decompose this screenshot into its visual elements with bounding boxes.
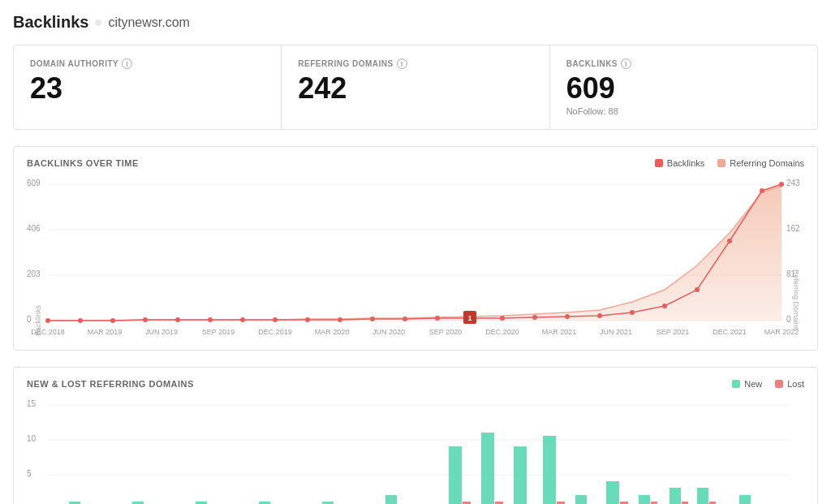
domain-authority-info-icon[interactable]: i — [122, 58, 132, 69]
bar-apr22-new — [385, 495, 397, 504]
bar-may01-new — [606, 481, 619, 504]
bar-may07-new — [739, 495, 751, 504]
chart2-title: NEW & LOST REFERRING DOMAINS — [27, 379, 194, 389]
svg-point-16 — [110, 318, 115, 323]
svg-point-14 — [45, 318, 50, 323]
metrics-row: DOMAIN AUTHORITY i 23 REFERRING DOMAINS … — [13, 45, 818, 130]
svg-text:406: 406 — [27, 224, 41, 233]
chart1-container: 609 406 203 0 243 162 81 0 Backlinks Ref… — [27, 176, 804, 338]
svg-point-22 — [305, 317, 310, 322]
svg-text:DEC 2020: DEC 2020 — [485, 328, 519, 336]
metric-backlinks: BACKLINKS i 609 NoFollow: 88 — [550, 45, 817, 129]
chart1-title: BACKLINKS OVER TIME — [27, 158, 139, 168]
svg-text:JUN 2019: JUN 2019 — [145, 328, 178, 336]
backlinks-label: BACKLINKS i — [566, 58, 801, 69]
chart2-container: 15 10 5 0 — [27, 397, 804, 504]
svg-text:MAR 2021: MAR 2021 — [542, 328, 577, 336]
page-subtitle: citynewsr.com — [108, 15, 189, 30]
svg-point-34 — [630, 310, 635, 315]
svg-text:JUN 2020: JUN 2020 — [372, 328, 405, 336]
svg-point-23 — [338, 317, 342, 322]
bar-may04b-new — [697, 488, 708, 504]
svg-point-24 — [370, 317, 375, 321]
bar-may01b-new — [639, 495, 650, 504]
svg-text:MAR 2019: MAR 2019 — [88, 328, 123, 336]
chart1-legend: Backlinks Referring Domains — [655, 158, 804, 168]
svg-point-20 — [240, 317, 245, 322]
svg-point-33 — [597, 313, 602, 318]
chart2-legend: New Lost — [732, 379, 804, 389]
svg-text:MAR 2022: MAR 2022 — [764, 328, 799, 336]
chart2-new-label: New — [744, 379, 762, 389]
svg-text:0: 0 — [786, 315, 791, 324]
chart1-referring-label: Referring Domains — [730, 158, 804, 168]
svg-text:SEP 2020: SEP 2020 — [429, 328, 462, 336]
svg-text:203: 203 — [27, 269, 41, 278]
referring-domains-label: REFERRING DOMAINS i — [298, 58, 532, 69]
svg-point-38 — [760, 188, 764, 193]
bar-apr25-new — [449, 446, 462, 504]
svg-point-15 — [78, 318, 83, 323]
backlinks-over-time-section: BACKLINKS OVER TIME Backlinks Referring … — [13, 146, 818, 351]
backlinks-value: 609 — [566, 74, 801, 103]
svg-point-37 — [727, 239, 732, 243]
svg-text:162: 162 — [786, 224, 800, 233]
svg-point-18 — [175, 317, 180, 322]
svg-text:0: 0 — [27, 315, 32, 324]
metric-domain-authority: DOMAIN AUTHORITY i 23 — [14, 45, 282, 129]
svg-point-36 — [695, 287, 700, 292]
svg-text:JUN 2021: JUN 2021 — [600, 328, 632, 336]
chart2-lost-label: Lost — [787, 379, 804, 389]
svg-point-19 — [208, 317, 213, 322]
svg-text:Referring Domains: Referring Domains — [792, 269, 800, 331]
svg-point-26 — [435, 316, 440, 321]
backlinks-sub: NoFollow: 88 — [566, 106, 801, 116]
page-title: Backlinks — [13, 13, 88, 32]
backlinks-info-icon[interactable]: i — [621, 58, 631, 69]
svg-point-17 — [143, 317, 148, 322]
svg-point-39 — [779, 182, 784, 187]
svg-point-31 — [532, 315, 537, 320]
bar-may04-new — [670, 488, 681, 504]
svg-text:DEC 2018: DEC 2018 — [31, 328, 65, 336]
chart1-legend-referring: Referring Domains — [717, 158, 804, 168]
referring-domains-info-icon[interactable]: i — [397, 58, 407, 69]
svg-text:DEC 2019: DEC 2019 — [258, 328, 292, 336]
header-dot — [95, 19, 101, 26]
svg-text:15: 15 — [27, 399, 37, 408]
svg-text:609: 609 — [27, 179, 41, 187]
svg-point-21 — [273, 317, 278, 322]
chart2-legend-new: New — [732, 379, 762, 389]
svg-text:5: 5 — [27, 469, 32, 478]
chart2-lost-dot — [775, 380, 783, 388]
chart2-legend-lost: Lost — [775, 379, 804, 389]
chart2-new-dot — [732, 380, 740, 388]
new-lost-referring-section: NEW & LOST REFERRING DOMAINS New Lost 15… — [13, 367, 818, 504]
bar-apr28b-new — [575, 495, 587, 504]
svg-text:1: 1 — [467, 314, 471, 322]
svg-point-32 — [565, 314, 570, 319]
svg-point-35 — [662, 304, 667, 308]
svg-text:DEC 2021: DEC 2021 — [713, 328, 747, 336]
svg-text:243: 243 — [786, 179, 800, 187]
svg-point-25 — [403, 317, 407, 321]
metric-referring-domains: REFERRING DOMAINS i 242 — [282, 45, 549, 129]
chart1-svg: 609 406 203 0 243 162 81 0 Backlinks Ref… — [27, 176, 806, 338]
chart1-referring-dot — [717, 159, 726, 167]
svg-point-30 — [500, 316, 505, 321]
chart1-header: BACKLINKS OVER TIME Backlinks Referring … — [27, 158, 804, 168]
domain-authority-label: DOMAIN AUTHORITY i — [30, 58, 265, 69]
svg-text:SEP 2019: SEP 2019 — [202, 328, 235, 336]
svg-text:SEP 2021: SEP 2021 — [657, 328, 689, 336]
page-header: Backlinks citynewsr.com — [13, 13, 818, 32]
bar-apr25b-new — [481, 433, 494, 504]
svg-text:MAR 2020: MAR 2020 — [315, 328, 350, 336]
svg-text:10: 10 — [27, 434, 37, 443]
bar-apr28-new — [543, 436, 556, 504]
chart2-svg: 15 10 5 0 — [27, 397, 806, 504]
referring-domains-value: 242 — [298, 74, 532, 103]
chart2-header: NEW & LOST REFERRING DOMAINS New Lost — [27, 379, 804, 389]
bar-apr25c-new — [514, 446, 527, 504]
chart1-legend-backlinks: Backlinks — [655, 158, 704, 168]
chart1-backlinks-label: Backlinks — [667, 158, 704, 168]
